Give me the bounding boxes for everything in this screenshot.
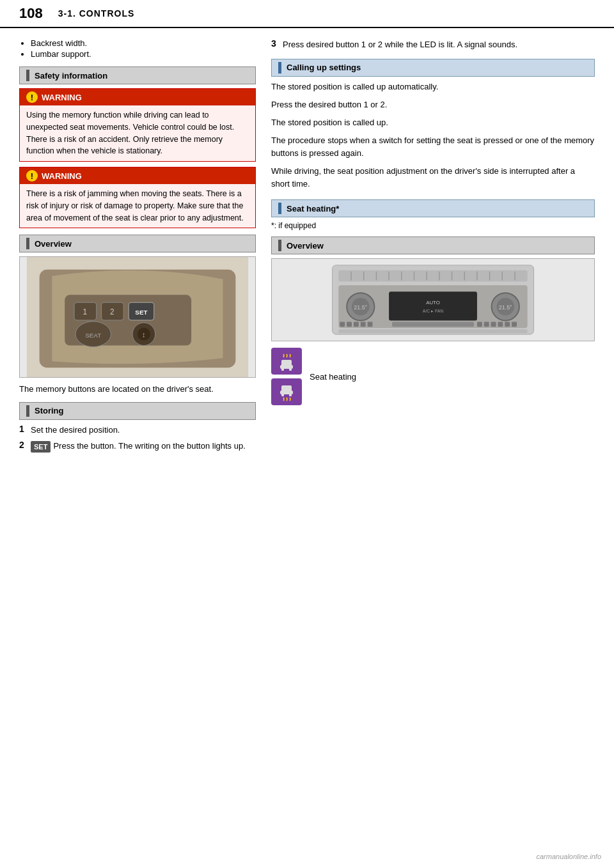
bullet-backrest: Backrest width. xyxy=(31,38,256,48)
set-badge: SET xyxy=(31,441,51,453)
warning-title-2: ! WARNING xyxy=(20,167,255,184)
step-1-text: Set the desired position. xyxy=(31,424,256,437)
svg-rect-53 xyxy=(338,330,527,334)
svg-text:SET: SET xyxy=(135,309,147,316)
section-bar-overview-left xyxy=(26,238,29,249)
svg-rect-45 xyxy=(361,322,366,327)
svg-rect-48 xyxy=(484,322,489,327)
svg-rect-52 xyxy=(512,322,517,327)
svg-rect-16 xyxy=(338,270,527,282)
step-3-text: Press desired button 1 or 2 while the LE… xyxy=(283,38,595,51)
climate-svg: 21.5° AUTO A/C ▸ FAN 21.5° xyxy=(272,259,594,341)
svg-rect-57 xyxy=(289,368,292,371)
storing-steps: 1 Set the desired position. 2 SETPress t… xyxy=(19,424,256,453)
page-header: 108 3-1. CONTROLS xyxy=(0,0,614,28)
watermark: carmanualonline.info xyxy=(536,853,601,860)
page-number: 108 xyxy=(19,5,43,22)
overview-label-right: Overview xyxy=(287,241,324,251)
warning-icon-1: ! xyxy=(26,91,38,103)
safety-section-header: Safety information xyxy=(19,66,256,84)
seat-image-caption: The memory buttons are located on the dr… xyxy=(19,383,256,396)
step-2: 2 SETPress the button. The writing on th… xyxy=(19,440,256,453)
step-1-num: 1 xyxy=(19,424,31,434)
seat-image-box: 1 2 SET SEAT ↕ xyxy=(19,256,256,378)
overview-section-header-left: Overview xyxy=(19,235,256,252)
svg-rect-49 xyxy=(491,322,496,327)
seat-panel-svg: 1 2 SET SEAT ↕ xyxy=(20,257,255,377)
step-3: 3 Press desired button 1 or 2 while the … xyxy=(271,38,595,51)
svg-rect-38 xyxy=(392,322,474,327)
svg-rect-51 xyxy=(505,322,510,327)
overview-label-left: Overview xyxy=(35,239,72,249)
svg-text:2: 2 xyxy=(110,307,114,316)
calling-para-2: The stored position is called up. xyxy=(271,116,595,129)
overview-section-header-right: Overview xyxy=(271,236,595,254)
left-column: Backrest width. Lumbar support. Safety i… xyxy=(19,38,256,458)
seat-heating-icons-row: Seat heating xyxy=(271,348,595,405)
svg-rect-50 xyxy=(498,322,503,327)
footnote: *: if equipped xyxy=(271,221,595,230)
calling-para-1: Press the desired button 1 or 2. xyxy=(271,98,595,111)
bullet-list: Backrest width. Lumbar support. xyxy=(19,38,256,59)
page: 108 3-1. CONTROLS Backrest width. Lumbar… xyxy=(0,0,614,468)
svg-text:21.5°: 21.5° xyxy=(499,304,512,311)
seat-heat-icon-bottom xyxy=(271,378,302,405)
storing-section-header: Storing xyxy=(19,402,256,420)
warning-box-1: ! WARNING Using the memory function whil… xyxy=(19,88,256,162)
warning-box-2: ! WARNING There is a risk of jamming whe… xyxy=(19,167,256,228)
calling-para-4: While driving, the seat position adjustm… xyxy=(271,165,595,190)
section-bar-icon xyxy=(26,70,29,81)
svg-rect-44 xyxy=(354,322,359,327)
svg-rect-60 xyxy=(281,393,284,396)
step-1: 1 Set the desired position. xyxy=(19,424,256,437)
warning-body-2: There is a risk of jamming when moving t… xyxy=(20,184,255,228)
svg-text:AUTO: AUTO xyxy=(426,300,440,306)
section-bar-calling xyxy=(278,62,281,74)
step-3-num: 3 xyxy=(271,38,283,49)
section-bar-storing xyxy=(26,405,29,417)
seat-heating-label: Seat heating* xyxy=(287,204,339,213)
warning-label-2: WARNING xyxy=(42,171,82,181)
svg-rect-56 xyxy=(281,368,284,371)
step-2-text: SETPress the button. The writing on the … xyxy=(31,440,256,453)
step-2-num: 2 xyxy=(19,440,31,450)
svg-text:21.5°: 21.5° xyxy=(354,304,367,311)
section-bar-overview-right xyxy=(278,240,281,251)
right-column: 3 Press desired button 1 or 2 while the … xyxy=(271,38,595,458)
calling-para-0: The stored position is called up automat… xyxy=(271,81,595,93)
page-chapter: 3-1. CONTROLS xyxy=(58,8,135,19)
svg-rect-61 xyxy=(289,393,292,396)
warning-label-1: WARNING xyxy=(42,93,82,102)
svg-text:1: 1 xyxy=(83,307,88,316)
calling-para-3: The procedure stops when a switch for se… xyxy=(271,134,595,160)
svg-rect-47 xyxy=(477,322,482,327)
svg-rect-35 xyxy=(389,292,477,321)
storing-label: Storing xyxy=(35,406,64,415)
calling-section-header: Calling up settings xyxy=(271,59,595,77)
svg-rect-43 xyxy=(347,322,352,327)
content-area: Backrest width. Lumbar support. Safety i… xyxy=(0,28,614,468)
svg-rect-42 xyxy=(340,322,345,327)
warning-body-1: Using the memory function while driving … xyxy=(20,105,255,161)
svg-text:↕: ↕ xyxy=(142,330,146,339)
svg-text:A/C ▸ FAN: A/C ▸ FAN xyxy=(423,309,444,313)
warning-title-1: ! WARNING xyxy=(20,89,255,105)
safety-section-label: Safety information xyxy=(35,71,107,81)
seat-heating-section-header: Seat heating* xyxy=(271,199,595,217)
svg-rect-46 xyxy=(368,322,373,327)
climate-image-box: 21.5° AUTO A/C ▸ FAN 21.5° xyxy=(271,258,595,341)
warning-icon-2: ! xyxy=(26,170,38,182)
calling-label: Calling up settings xyxy=(287,63,361,72)
section-bar-seat-heating xyxy=(278,203,281,214)
bullet-lumbar: Lumbar support. xyxy=(31,49,256,59)
svg-text:SEAT: SEAT xyxy=(85,332,101,339)
seat-heat-icon-top xyxy=(271,348,302,375)
seat-heating-caption: Seat heating xyxy=(310,371,356,384)
